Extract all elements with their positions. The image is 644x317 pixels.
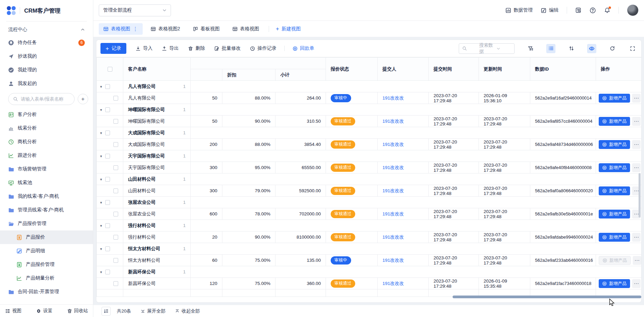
add-product-button[interactable]: 新增产品 — [599, 233, 630, 242]
sidebar-item-8[interactable]: 跟进分析 — [0, 149, 93, 162]
row-checkbox[interactable] — [113, 119, 118, 124]
record-row-1[interactable]: 坤曜国际有限公司 50 90.00% 310.50 审核通过 191改改改 20… — [97, 116, 642, 127]
tab-more-icon[interactable]: ⋮ — [133, 26, 138, 31]
more-actions-button[interactable]: ⋯ — [632, 94, 641, 103]
more-actions-button[interactable]: ⋯ — [632, 233, 641, 242]
submitter-link[interactable]: 191改改改 — [382, 281, 404, 286]
add-product-button[interactable]: 新增产品 — [599, 94, 630, 103]
collapse-arrow-icon[interactable]: ▾ — [100, 224, 102, 228]
group-checkbox[interactable] — [105, 223, 110, 228]
col-subtotal[interactable]: 小计 — [276, 69, 326, 81]
vertical-scrollbar[interactable] — [639, 173, 641, 217]
submitter-link[interactable]: 191改改改 — [382, 188, 404, 193]
settings-button[interactable]: 设置 — [36, 308, 52, 314]
flow-scope-select[interactable]: 管理全部流程 — [99, 4, 171, 16]
collapse-arrow-icon[interactable]: ▾ — [100, 200, 102, 205]
collapse-arrow-icon[interactable]: ▾ — [100, 247, 102, 251]
col-submitter[interactable]: 提交人 — [378, 58, 429, 81]
add-form-button[interactable]: + — [78, 94, 88, 104]
sidebar-item-15[interactable]: 产品明细 — [0, 244, 93, 258]
import-button[interactable]: 导入 — [136, 45, 153, 51]
collapse-arrow-icon[interactable]: ▾ — [100, 270, 102, 274]
table-search-input[interactable]: 搜索数据 — [459, 43, 515, 54]
add-record-button[interactable]: + 记录 — [100, 43, 126, 54]
add-product-button[interactable]: 新增产品 — [599, 140, 630, 149]
group-checkbox[interactable] — [105, 131, 110, 135]
action-log-button[interactable]: 操作记录 — [250, 45, 277, 51]
notifications-button[interactable] — [604, 7, 610, 13]
tab-2[interactable]: 看板视图 — [188, 23, 224, 35]
record-row-2[interactable]: 大成国际有限公司 200 88.00% 3854.40 审核通过 191改改改 … — [97, 139, 642, 150]
more-actions-button[interactable]: ⋯ — [632, 140, 641, 149]
row-checkbox[interactable] — [113, 96, 118, 101]
col-update-time[interactable]: 更新时间 — [479, 58, 530, 81]
collapse-arrow-icon[interactable]: ▾ — [100, 177, 102, 181]
display-fields-button[interactable] — [546, 44, 555, 53]
collapse-arrow-icon[interactable]: ▾ — [100, 131, 102, 135]
collapse-arrow-icon[interactable]: ▾ — [100, 85, 102, 89]
delete-button[interactable]: 删除 — [188, 45, 205, 51]
batch-edit-button[interactable]: 批量修改 — [214, 45, 241, 51]
expand-all-button[interactable]: 展开全部 — [141, 308, 166, 314]
col-data-id[interactable]: 数据ID — [530, 58, 596, 81]
row-checkbox[interactable] — [113, 212, 118, 216]
submitter-link[interactable]: 191改改改 — [382, 211, 404, 216]
more-actions-button[interactable]: ⋯ — [632, 117, 641, 126]
sidebar-section-process-center[interactable]: 流程中心 — [0, 24, 93, 36]
sidebar-item-7[interactable]: 商机分析 — [0, 135, 93, 149]
sidebar-item-6[interactable]: 线索分析 — [0, 121, 93, 135]
tab-3[interactable]: 表格视图 — [228, 23, 264, 35]
record-row-3[interactable]: 天宇国际有限公司 300 95.00% 65550.00 审核通过 191改改改… — [97, 162, 642, 173]
sidebar-item-16[interactable]: 产品报价管理 — [0, 258, 93, 271]
sort-button[interactable] — [567, 44, 576, 53]
sidebar-item-5[interactable]: 客户分析 — [0, 108, 93, 121]
sidebar-item-10[interactable]: 线索池 — [0, 176, 93, 190]
row-checkbox[interactable] — [113, 142, 118, 147]
sidebar-item-14[interactable]: 产品报价 — [0, 230, 93, 244]
payment-form-button[interactable]: 回款单 — [293, 45, 314, 51]
refresh-button[interactable] — [608, 44, 617, 53]
row-checkbox[interactable] — [113, 165, 118, 170]
record-row-5[interactable]: 张屋农业公司 600 78.00% 702000.00 审核通过 191改改改 … — [97, 208, 642, 220]
address-book-button[interactable] — [575, 7, 581, 13]
submitter-link[interactable]: 191改改改 — [382, 258, 404, 263]
recycle-bin-button[interactable]: 回收站 — [67, 308, 88, 314]
filter-button[interactable] — [526, 44, 535, 53]
sidebar-item-3[interactable]: 我发起的 — [0, 77, 93, 90]
collapse-arrow-icon[interactable]: ▾ — [100, 154, 102, 158]
fullscreen-button[interactable] — [628, 44, 637, 53]
col-discount[interactable]: 折扣 — [222, 69, 276, 81]
sidebar-item-17[interactable]: 产品销量分析 — [0, 271, 93, 285]
data-manage-button[interactable]: 数据管理 — [505, 7, 533, 13]
new-view-button[interactable]: + 新建视图 — [272, 26, 304, 32]
select-all-checkbox[interactable] — [108, 67, 112, 72]
row-checkbox[interactable] — [113, 281, 118, 286]
form-search-input[interactable]: 请输入表单/报表名称 — [8, 93, 75, 105]
group-checkbox[interactable] — [105, 84, 110, 89]
submitter-link[interactable]: 191改改改 — [382, 165, 404, 170]
group-checkbox[interactable] — [105, 107, 110, 112]
add-product-button[interactable]: 新增产品 — [599, 163, 630, 172]
more-actions-button[interactable]: ⋯ — [632, 163, 641, 172]
row-checkbox[interactable] — [113, 188, 118, 193]
sidebar-item-12[interactable]: 管理员线索-客户-商机 — [0, 203, 93, 217]
record-row-6[interactable]: 强行材料公司 20 90.00% 8100000.00 审核通过 191改改改 … — [97, 231, 642, 243]
export-button[interactable]: 导出 — [162, 45, 179, 51]
sidebar-item-0[interactable]: 待办任务 6 — [0, 36, 93, 49]
collapse-all-button[interactable]: 收起全部 — [175, 308, 200, 314]
submitter-link[interactable]: 191改改改 — [382, 235, 404, 240]
group-checkbox[interactable] — [105, 154, 110, 158]
visibility-button[interactable] — [587, 44, 596, 53]
sidebar-item-9[interactable]: 市场营销管理 — [0, 162, 93, 176]
help-button[interactable] — [590, 7, 596, 14]
tab-1[interactable]: 表格视图2 — [146, 23, 185, 35]
add-product-button[interactable]: 新增产品 — [599, 279, 630, 288]
group-checkbox[interactable] — [105, 270, 110, 274]
views-button[interactable]: 视图 — [5, 308, 21, 314]
submitter-link[interactable]: 191改改改 — [382, 142, 404, 147]
add-product-button[interactable]: 新增产品 — [599, 186, 630, 195]
tab-0[interactable]: 表格视图 ⋮ — [99, 23, 143, 35]
group-checkbox[interactable] — [105, 246, 110, 251]
record-row-4[interactable]: 山田材料公司 300 79.00% 592500.00 审核通过 191改改改 … — [97, 185, 642, 197]
submitter-link[interactable]: 191改改改 — [382, 95, 404, 101]
